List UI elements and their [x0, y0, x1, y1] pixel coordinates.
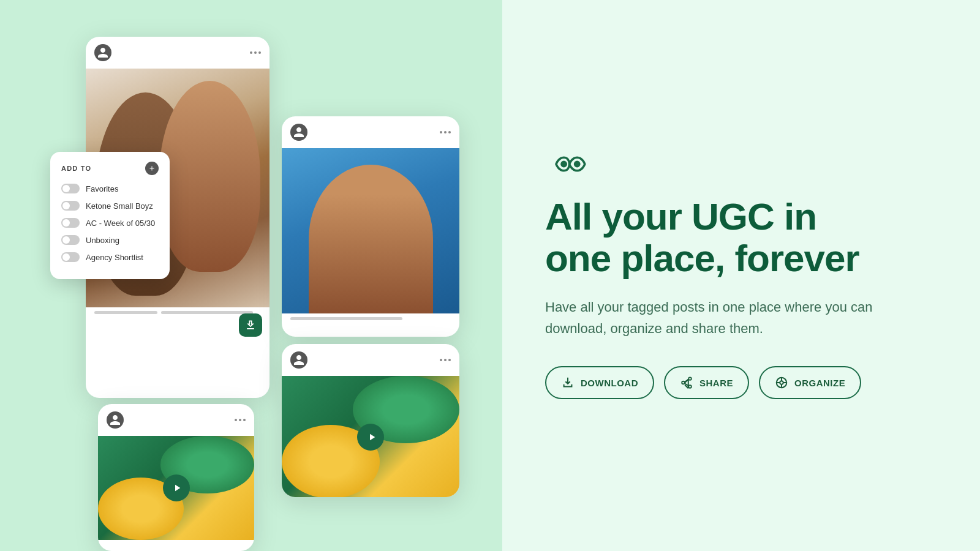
three-dots-br[interactable]: [440, 359, 451, 361]
svg-point-2: [688, 378, 692, 381]
brand-logo: [545, 152, 888, 179]
svg-point-3: [682, 381, 685, 384]
svg-point-8: [780, 381, 783, 385]
right-content: All your UGC in one place, forever Have …: [545, 152, 888, 400]
toggle-ac[interactable]: [61, 218, 80, 228]
play-button-bl[interactable]: [163, 474, 190, 501]
sub-text: Have all your tagged posts in one place …: [545, 296, 888, 339]
add-to-dropdown: ADD TO Favorites Ketone Small Boyz AC - …: [50, 152, 170, 279]
svg-point-0: [560, 160, 567, 167]
three-dots-tr[interactable]: [440, 131, 451, 133]
toggle-ketone[interactable]: [61, 201, 80, 211]
share-icon: [680, 376, 693, 389]
right-panel: All your UGC in one place, forever Have …: [502, 0, 980, 551]
card-header-tr: [282, 116, 459, 148]
add-to-header: ADD TO: [61, 162, 159, 175]
three-dots-bl[interactable]: [235, 419, 246, 421]
download-icon: [561, 376, 575, 389]
card-header-br: [282, 344, 459, 376]
toggle-unboxing[interactable]: [61, 235, 80, 245]
progress-row-tr: [282, 313, 459, 326]
play-button-br[interactable]: [357, 424, 384, 451]
cards-container: ADD TO Favorites Ketone Small Boyz AC - …: [18, 12, 484, 539]
organize-icon: [775, 376, 788, 389]
share-button[interactable]: SHARE: [664, 366, 749, 399]
toggle-row-unboxing: Unboxing: [61, 235, 159, 245]
download-button[interactable]: DOWNLOAD: [545, 366, 654, 399]
video-content-br: [282, 376, 459, 497]
toggle-label-unboxing: Unboxing: [86, 236, 119, 245]
video-content-bl: [98, 436, 254, 540]
toggle-label-favorites: Favorites: [86, 184, 118, 193]
toggle-row-ketone: Ketone Small Boyz: [61, 201, 159, 211]
card-image-br: [282, 376, 459, 497]
toggle-agency[interactable]: [61, 252, 80, 262]
card-header-bl: [98, 404, 254, 436]
svg-point-4: [688, 386, 692, 389]
left-panel: ADD TO Favorites Ketone Small Boyz AC - …: [0, 0, 502, 551]
toggle-label-ketone: Ketone Small Boyz: [86, 201, 153, 211]
card-image-bl: [98, 436, 254, 540]
main-heading: All your UGC in one place, forever: [545, 196, 888, 279]
toggle-label-ac: AC - Week of 05/30: [86, 219, 155, 228]
avatar-main: [94, 44, 111, 61]
infinity-logo-svg: [545, 152, 589, 176]
download-btn-label: DOWNLOAD: [581, 378, 638, 388]
avatar-bl: [107, 411, 124, 429]
card-header-main: [86, 37, 270, 69]
phone-card-bottom-right: [282, 344, 459, 497]
toggle-favorites[interactable]: [61, 184, 80, 193]
phone-card-top-right: [282, 116, 459, 337]
woman-phone-photo: [282, 148, 459, 313]
action-buttons: DOWNLOAD SHARE: [545, 366, 888, 399]
avatar-tr: [290, 124, 307, 141]
toggle-label-agency: Agency Shortlist: [86, 253, 143, 262]
card-image-tr: [282, 148, 459, 313]
organize-button[interactable]: ORGANIZE: [759, 366, 861, 399]
avatar-br: [290, 351, 307, 369]
add-to-label: ADD TO: [61, 165, 91, 172]
download-badge[interactable]: [239, 313, 262, 337]
toggle-row-ac: AC - Week of 05/30: [61, 218, 159, 228]
toggle-row-favorites: Favorites: [61, 184, 159, 193]
phone-card-bottom-left: [98, 404, 254, 551]
share-btn-label: SHARE: [699, 378, 733, 388]
three-dots-main[interactable]: [250, 51, 261, 54]
svg-point-1: [574, 160, 581, 167]
organize-btn-label: ORGANIZE: [794, 378, 845, 388]
add-to-plus-button[interactable]: [145, 162, 159, 175]
toggle-row-agency: Agency Shortlist: [61, 252, 159, 262]
